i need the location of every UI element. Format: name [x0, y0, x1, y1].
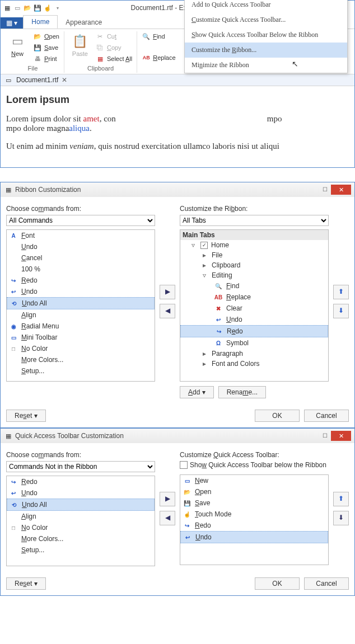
- cut-button[interactable]: ✂Cut: [95, 31, 133, 41]
- dialog-icon: ▦: [4, 185, 13, 194]
- close-tab-icon[interactable]: ✕: [62, 76, 67, 84]
- dialog-title: Quick Access Toolbar Customization: [15, 432, 124, 440]
- move-down-button: ⬇: [333, 511, 349, 525]
- text-aliqua: aliqua: [69, 124, 90, 133]
- list-item[interactable]: 100 %: [7, 264, 155, 275]
- qat-new-icon[interactable]: ▭: [13, 3, 22, 12]
- show-below-checkbox[interactable]: Show Quick Access Toolbar below the Ribb…: [180, 461, 329, 469]
- list-item[interactable]: Align: [7, 309, 155, 321]
- choose-select[interactable]: Commands Not in the Ribbon: [6, 461, 155, 472]
- list-item[interactable]: More Colors...: [7, 354, 155, 365]
- list-item[interactable]: ↪Redo: [7, 275, 155, 286]
- editor[interactable]: Lorem ipsum Lorem ipsum dolor sit amet, …: [1, 86, 354, 167]
- print-button[interactable]: 🖶Print: [32, 54, 60, 64]
- ribbon-tree[interactable]: Main Tabs ▿✓Home▸File▸Clipboard▿Editing🔍…: [180, 229, 329, 382]
- customize-label: Customize the Ribbon:: [180, 205, 329, 213]
- remove-left-button[interactable]: ◀: [160, 304, 175, 318]
- list-item[interactable]: □No Color: [7, 343, 155, 354]
- cancel-button[interactable]: Cancel: [304, 410, 349, 422]
- list-item[interactable]: Undo: [7, 241, 155, 252]
- ok-button[interactable]: OK: [255, 577, 300, 590]
- document-tab[interactable]: ▭ Document1.rtf ✕: [1, 74, 354, 86]
- find-button[interactable]: 🔍Find: [141, 31, 176, 41]
- maximize-button[interactable]: ☐: [319, 431, 331, 441]
- list-item[interactable]: Setup...: [7, 365, 155, 377]
- ctx-customize-ribbon[interactable]: Customize the Ribbon...: [185, 43, 347, 58]
- close-button[interactable]: ✕: [331, 431, 351, 441]
- list-item[interactable]: ABReplace: [180, 292, 328, 303]
- list-item[interactable]: ▭Mini Toolbar: [7, 332, 155, 343]
- list-item[interactable]: □No Color: [7, 522, 155, 533]
- list-item[interactable]: 🔍Find: [180, 280, 328, 292]
- qat-dropdown-icon[interactable]: ▾: [53, 3, 62, 12]
- list-item[interactable]: ↩Undo: [7, 487, 155, 499]
- list-item[interactable]: Setup...: [7, 544, 155, 556]
- list-item[interactable]: ↪Redo: [7, 476, 155, 487]
- list-item[interactable]: ⟲Undo All: [7, 499, 155, 511]
- move-up-button[interactable]: ⬆: [333, 492, 349, 506]
- replace-button[interactable]: ABReplace: [141, 53, 176, 63]
- ctx-show-below[interactable]: Show Quick Access Toolbar Below the Ribb…: [185, 27, 347, 43]
- reset-button[interactable]: Reset ▾: [6, 577, 46, 590]
- paste-button[interactable]: 📋Paste: [68, 31, 92, 58]
- save-button[interactable]: 💾Save: [32, 43, 60, 53]
- list-item[interactable]: ☝Touch Mode: [180, 509, 328, 520]
- open-button[interactable]: 📂Open: [32, 31, 60, 41]
- move-down-button[interactable]: ⬇: [333, 304, 349, 318]
- list-item[interactable]: Cancel: [7, 252, 155, 264]
- list-item[interactable]: ↪Redo: [180, 325, 328, 337]
- list-item[interactable]: 📂Open: [180, 486, 328, 497]
- selectall-button[interactable]: ▦Select All: [95, 54, 133, 64]
- list-item[interactable]: ⟲Undo All: [7, 297, 155, 309]
- close-button[interactable]: ✕: [331, 185, 351, 195]
- list-item[interactable]: ΩSymbol: [180, 337, 328, 349]
- add-right-button[interactable]: ▶: [160, 285, 175, 299]
- ctx-customize-qat[interactable]: Customize Quick Access Toolbar...: [185, 12, 347, 27]
- list-item[interactable]: ▸Paragraph: [180, 349, 328, 359]
- list-item[interactable]: Align: [7, 511, 155, 522]
- commands-list[interactable]: ↪Redo↩Undo⟲Undo AllAlign□No ColorMore Co…: [6, 476, 155, 566]
- tree-header: Main Tabs: [180, 230, 328, 240]
- cancel-button[interactable]: Cancel: [304, 577, 349, 590]
- list-item[interactable]: 💾Save: [180, 497, 328, 509]
- qat-open-icon[interactable]: 📂: [23, 3, 32, 12]
- qat-list[interactable]: ▭New📂Open💾Save☝Touch Mode↪Redo↩Undo: [180, 474, 329, 565]
- ctx-add-qat[interactable]: Add to Quick Access Toolbar: [185, 0, 347, 12]
- tabs-select[interactable]: All Tabs: [180, 215, 329, 226]
- dialog-title: Ribbon Customization: [15, 186, 81, 194]
- list-item[interactable]: ▸Clipboard: [180, 260, 328, 270]
- qat-save-icon[interactable]: 💾: [33, 3, 42, 12]
- reset-button[interactable]: Reset ▾: [6, 410, 46, 422]
- move-up-button[interactable]: ⬆: [333, 285, 349, 299]
- doc-icon: ▭: [4, 76, 13, 84]
- choose-select[interactable]: All Commands: [6, 215, 155, 226]
- list-item[interactable]: ▸Font and Colors: [180, 359, 328, 369]
- rename-button[interactable]: Rename...: [218, 386, 266, 398]
- add-dropdown-button[interactable]: Add ▾: [180, 386, 214, 398]
- new-button[interactable]: ▭New: [5, 31, 30, 58]
- commands-list[interactable]: AFontUndoCancel100 %↪Redo↩Undo⟲Undo AllA…: [6, 229, 155, 382]
- list-item[interactable]: ✖Clear: [180, 303, 328, 314]
- tab-appearance[interactable]: Appearance: [58, 16, 110, 29]
- list-item[interactable]: More Colors...: [7, 533, 155, 544]
- tab-home[interactable]: Home: [23, 15, 58, 29]
- ctx-minimize[interactable]: Minimize the Ribbon: [185, 58, 347, 73]
- list-item[interactable]: ↩Undo: [180, 314, 328, 325]
- list-item[interactable]: ↩Undo: [7, 286, 155, 297]
- ok-button[interactable]: OK: [255, 410, 300, 422]
- copy-button[interactable]: ⿻Copy: [95, 43, 133, 53]
- text-amet: amet: [83, 114, 100, 123]
- list-item[interactable]: ◉Radial Menu: [7, 321, 155, 332]
- list-item[interactable]: ▿✓Home: [180, 240, 328, 250]
- maximize-button[interactable]: ☐: [319, 185, 331, 195]
- list-item[interactable]: ↪Redo: [180, 520, 328, 531]
- file-tab[interactable]: ▦ ▾: [1, 17, 23, 29]
- list-item[interactable]: ▸File: [180, 250, 328, 260]
- qat-touch-icon[interactable]: ☝: [43, 3, 52, 12]
- remove-left-button[interactable]: ◀: [160, 511, 175, 525]
- list-item[interactable]: AFont: [7, 230, 155, 241]
- list-item[interactable]: ▿Editing: [180, 270, 328, 280]
- add-right-button[interactable]: ▶: [160, 492, 175, 506]
- list-item[interactable]: ↩Undo: [180, 531, 328, 543]
- list-item[interactable]: ▭New: [180, 475, 328, 486]
